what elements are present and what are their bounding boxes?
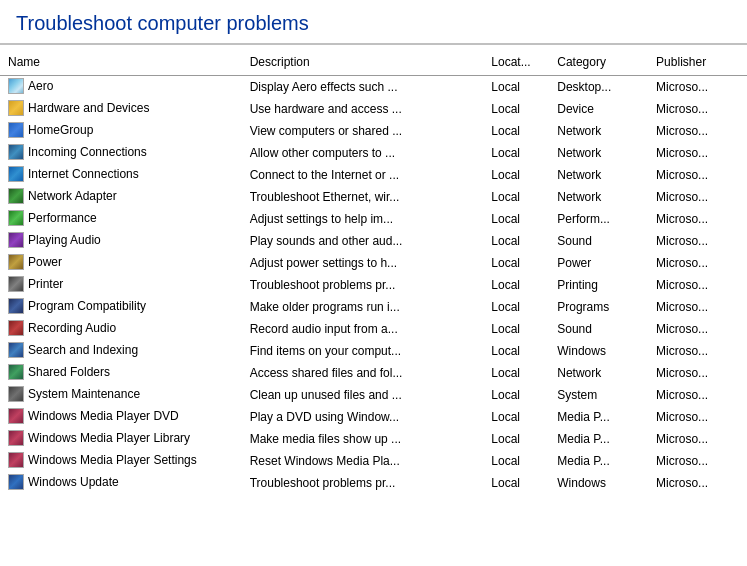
row-description-cell: Find items on your comput... xyxy=(242,340,484,362)
table-row[interactable]: Playing AudioPlay sounds and other aud..… xyxy=(0,230,747,252)
row-description-cell: Play sounds and other aud... xyxy=(242,230,484,252)
row-name-label: Printer xyxy=(28,277,63,291)
row-description-cell: View computers or shared ... xyxy=(242,120,484,142)
row-publisher-cell: Microso... xyxy=(648,450,747,472)
row-icon xyxy=(8,254,24,270)
table-row[interactable]: AeroDisplay Aero effects such ...LocalDe… xyxy=(0,76,747,99)
row-location-cell: Local xyxy=(483,318,549,340)
row-publisher-cell: Microso... xyxy=(648,472,747,494)
row-description-cell: Connect to the Internet or ... xyxy=(242,164,484,186)
table-row[interactable]: Network AdapterTroubleshoot Ethernet, wi… xyxy=(0,186,747,208)
row-name-cell: Windows Update xyxy=(0,472,242,494)
row-publisher-cell: Microso... xyxy=(648,120,747,142)
table-row[interactable]: Recording AudioRecord audio input from a… xyxy=(0,318,747,340)
row-category-cell: Sound xyxy=(549,230,648,252)
col-header-category[interactable]: Category xyxy=(549,49,648,76)
table-row[interactable]: Windows UpdateTroubleshoot problems pr..… xyxy=(0,472,747,494)
row-location-cell: Local xyxy=(483,384,549,406)
row-category-cell: Desktop... xyxy=(549,76,648,99)
row-publisher-cell: Microso... xyxy=(648,208,747,230)
row-publisher-cell: Microso... xyxy=(648,252,747,274)
table-row[interactable]: Search and IndexingFind items on your co… xyxy=(0,340,747,362)
row-category-cell: Power xyxy=(549,252,648,274)
row-location-cell: Local xyxy=(483,208,549,230)
row-category-cell: Network xyxy=(549,120,648,142)
col-header-location[interactable]: Locat... xyxy=(483,49,549,76)
row-publisher-cell: Microso... xyxy=(648,406,747,428)
table-row[interactable]: PowerAdjust power settings to h...LocalP… xyxy=(0,252,747,274)
table-row[interactable]: System MaintenanceClean up unused files … xyxy=(0,384,747,406)
row-name-label: Shared Folders xyxy=(28,365,110,379)
col-header-name[interactable]: Name xyxy=(0,49,242,76)
row-category-cell: Sound xyxy=(549,318,648,340)
table-row[interactable]: Internet ConnectionsConnect to the Inter… xyxy=(0,164,747,186)
row-name-label: Internet Connections xyxy=(28,167,139,181)
row-category-cell: Windows xyxy=(549,340,648,362)
row-description-cell: Display Aero effects such ... xyxy=(242,76,484,99)
table-row[interactable]: Program CompatibilityMake older programs… xyxy=(0,296,747,318)
row-publisher-cell: Microso... xyxy=(648,98,747,120)
row-category-cell: Network xyxy=(549,142,648,164)
row-name-cell: Performance xyxy=(0,208,242,230)
table-row[interactable]: HomeGroupView computers or shared ...Loc… xyxy=(0,120,747,142)
row-icon xyxy=(8,276,24,292)
row-location-cell: Local xyxy=(483,164,549,186)
col-header-description[interactable]: Description xyxy=(242,49,484,76)
table-header-row: Name Description Locat... Category Publi… xyxy=(0,49,747,76)
row-name-cell: Hardware and Devices xyxy=(0,98,242,120)
row-location-cell: Local xyxy=(483,76,549,99)
row-description-cell: Adjust power settings to h... xyxy=(242,252,484,274)
table-row[interactable]: Windows Media Player SettingsReset Windo… xyxy=(0,450,747,472)
row-icon xyxy=(8,122,24,138)
row-icon xyxy=(8,144,24,160)
row-name-label: System Maintenance xyxy=(28,387,140,401)
row-location-cell: Local xyxy=(483,340,549,362)
troubleshoot-table-container: Name Description Locat... Category Publi… xyxy=(0,49,747,494)
row-name-cell: Windows Media Player Settings xyxy=(0,450,242,472)
row-name-label: HomeGroup xyxy=(28,123,93,137)
row-location-cell: Local xyxy=(483,472,549,494)
col-header-publisher[interactable]: Publisher xyxy=(648,49,747,76)
row-category-cell: Device xyxy=(549,98,648,120)
row-description-cell: Troubleshoot problems pr... xyxy=(242,274,484,296)
row-icon xyxy=(8,100,24,116)
row-category-cell: Programs xyxy=(549,296,648,318)
table-row[interactable]: Shared FoldersAccess shared files and fo… xyxy=(0,362,747,384)
row-icon xyxy=(8,166,24,182)
row-icon xyxy=(8,78,24,94)
row-category-cell: Windows xyxy=(549,472,648,494)
row-location-cell: Local xyxy=(483,362,549,384)
table-row[interactable]: Hardware and DevicesUse hardware and acc… xyxy=(0,98,747,120)
row-publisher-cell: Microso... xyxy=(648,296,747,318)
row-category-cell: Network xyxy=(549,362,648,384)
table-row[interactable]: Windows Media Player DVDPlay a DVD using… xyxy=(0,406,747,428)
row-publisher-cell: Microso... xyxy=(648,274,747,296)
row-icon xyxy=(8,474,24,490)
row-description-cell: Access shared files and fol... xyxy=(242,362,484,384)
row-name-cell: HomeGroup xyxy=(0,120,242,142)
row-publisher-cell: Microso... xyxy=(648,76,747,99)
table-row[interactable]: PrinterTroubleshoot problems pr...LocalP… xyxy=(0,274,747,296)
row-icon xyxy=(8,430,24,446)
row-icon xyxy=(8,298,24,314)
row-publisher-cell: Microso... xyxy=(648,318,747,340)
row-location-cell: Local xyxy=(483,428,549,450)
row-category-cell: Perform... xyxy=(549,208,648,230)
row-name-label: Windows Media Player Library xyxy=(28,431,190,445)
row-name-label: Windows Media Player Settings xyxy=(28,453,197,467)
row-name-cell: Recording Audio xyxy=(0,318,242,340)
row-location-cell: Local xyxy=(483,406,549,428)
row-location-cell: Local xyxy=(483,230,549,252)
row-publisher-cell: Microso... xyxy=(648,428,747,450)
row-description-cell: Play a DVD using Window... xyxy=(242,406,484,428)
table-row[interactable]: Windows Media Player LibraryMake media f… xyxy=(0,428,747,450)
row-description-cell: Adjust settings to help im... xyxy=(242,208,484,230)
row-name-cell: Network Adapter xyxy=(0,186,242,208)
row-name-label: Playing Audio xyxy=(28,233,101,247)
row-name-label: Performance xyxy=(28,211,97,225)
table-row[interactable]: Incoming ConnectionsAllow other computer… xyxy=(0,142,747,164)
table-row[interactable]: PerformanceAdjust settings to help im...… xyxy=(0,208,747,230)
row-name-label: Incoming Connections xyxy=(28,145,147,159)
row-name-cell: Aero xyxy=(0,76,242,99)
row-name-label: Search and Indexing xyxy=(28,343,138,357)
